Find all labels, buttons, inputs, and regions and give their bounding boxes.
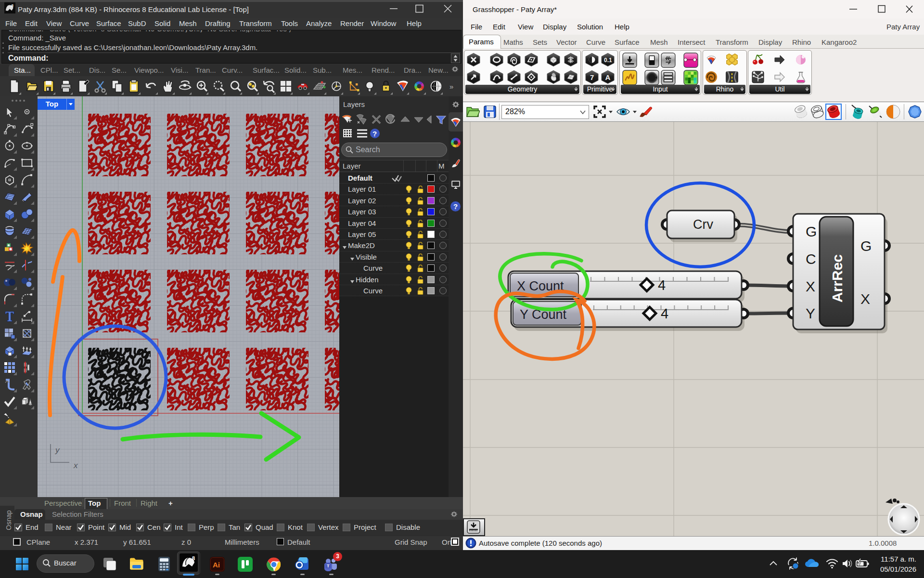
svg-text:Y: Y	[806, 305, 815, 321]
svg-text:X: X	[860, 291, 870, 307]
svg-text:4: 4	[658, 277, 666, 293]
svg-text:?: ?	[372, 130, 377, 138]
svg-text:y: y	[55, 446, 60, 455]
svg-text:7: 7	[590, 73, 594, 81]
svg-text:X: X	[806, 278, 815, 294]
svg-text:T: T	[327, 564, 330, 568]
svg-text:8: 8	[12, 3, 14, 8]
svg-text:ArrRec: ArrRec	[829, 254, 845, 302]
svg-text:0.1: 0.1	[604, 57, 612, 64]
svg-text:»: »	[449, 82, 453, 91]
svg-text:x: x	[73, 461, 78, 470]
svg-text:Ai: Ai	[213, 561, 220, 569]
svg-text:G: G	[860, 238, 872, 254]
svg-text:4: 4	[661, 306, 668, 321]
svg-text:C: C	[806, 251, 816, 267]
svg-text:G: G	[806, 223, 817, 239]
svg-text:Crv: Crv	[693, 217, 713, 232]
svg-text:8: 8	[192, 555, 195, 561]
svg-text:A: A	[605, 73, 611, 81]
